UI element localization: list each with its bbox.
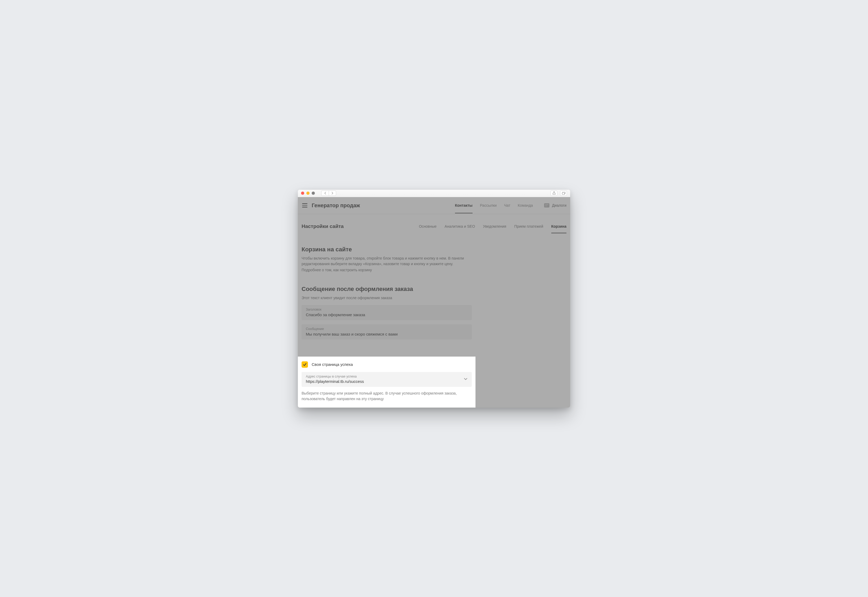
tab-cart[interactable]: Корзина bbox=[551, 220, 566, 233]
page-content: Настройки сайта Основные Аналитика и SEO… bbox=[298, 214, 570, 340]
browser-window: Генератор продаж Контакты Рассылки Чат К… bbox=[298, 190, 570, 408]
title-field[interactable]: Заголовок Спасибо за оформление заказа bbox=[302, 305, 472, 320]
cart-section-description: Чтобы включить корзину для товара, откро… bbox=[302, 255, 472, 267]
cart-section-more-link[interactable]: Подробнее о том, как настроить корзину bbox=[302, 267, 472, 273]
success-url-field[interactable]: Адрес страницы в случае успеха https://p… bbox=[302, 372, 472, 387]
window-titlebar bbox=[298, 190, 570, 197]
settings-bar: Настройки сайта Основные Аналитика и SEO… bbox=[302, 220, 566, 233]
success-page-toggle-row: Своя страница успеха bbox=[302, 361, 472, 368]
success-page-checkbox[interactable] bbox=[302, 361, 308, 368]
tabs-button[interactable] bbox=[560, 190, 567, 196]
settings-tabs: Основные Аналитика и SEO Уведомления При… bbox=[419, 220, 566, 233]
tab-analytics[interactable]: Аналитика и SEO bbox=[445, 220, 475, 233]
chevron-right-icon bbox=[331, 192, 334, 195]
chevron-left-icon bbox=[324, 192, 326, 195]
settings-title: Настройки сайта bbox=[302, 223, 344, 229]
browser-back-button[interactable] bbox=[321, 190, 329, 196]
tab-notifications[interactable]: Уведомления bbox=[483, 220, 506, 233]
message-field-value: Мы получили ваш заказ и скоро свяжемся с… bbox=[306, 332, 467, 336]
app-title: Генератор продаж bbox=[312, 202, 360, 209]
window-minimize-button[interactable] bbox=[306, 192, 310, 195]
chat-icon bbox=[544, 203, 549, 208]
message-section-title: Сообщение после оформления заказа bbox=[302, 286, 472, 293]
window-maximize-button[interactable] bbox=[312, 192, 315, 195]
success-url-help: Выберите страницу или укажите полный адр… bbox=[302, 391, 472, 402]
svg-rect-0 bbox=[562, 193, 564, 195]
tab-payments[interactable]: Прием платежей bbox=[514, 220, 543, 233]
dialogs-label: Диалоги bbox=[552, 203, 566, 208]
message-field[interactable]: Сообщение Мы получили ваш заказ и скоро … bbox=[302, 324, 472, 340]
browser-nav-buttons bbox=[321, 190, 336, 196]
success-url-label: Адрес страницы в случае успеха bbox=[306, 374, 364, 378]
menu-button[interactable] bbox=[302, 202, 308, 209]
tabs-icon bbox=[562, 192, 565, 195]
share-button[interactable] bbox=[551, 190, 557, 196]
header-nav: Контакты Рассылки Чат Команда bbox=[455, 198, 533, 213]
chevron-down-icon bbox=[464, 377, 467, 382]
nav-chat[interactable]: Чат bbox=[504, 198, 510, 213]
browser-forward-button[interactable] bbox=[329, 190, 336, 196]
title-field-label: Заголовок bbox=[306, 308, 467, 311]
success-page-label: Своя страница успеха bbox=[312, 362, 353, 367]
nav-contacts[interactable]: Контакты bbox=[455, 198, 473, 213]
app-header: Генератор продаж Контакты Рассылки Чат К… bbox=[298, 197, 570, 214]
traffic-lights bbox=[301, 192, 315, 195]
title-field-value: Спасибо за оформление заказа bbox=[306, 312, 467, 317]
message-section-subtitle: Этот текст клиент увидит после оформлени… bbox=[302, 295, 472, 301]
cart-section: Корзина на сайте Чтобы включить корзину … bbox=[302, 246, 472, 273]
dialogs-button[interactable]: Диалоги bbox=[544, 203, 566, 208]
message-field-label: Сообщение bbox=[306, 327, 467, 331]
tab-general[interactable]: Основные bbox=[419, 220, 436, 233]
titlebar-right-controls bbox=[551, 190, 567, 196]
share-icon bbox=[552, 192, 555, 195]
message-section: Сообщение после оформления заказа Этот т… bbox=[302, 286, 472, 340]
window-close-button[interactable] bbox=[301, 192, 304, 195]
nav-team[interactable]: Команда bbox=[518, 198, 533, 213]
cart-section-title: Корзина на сайте bbox=[302, 246, 472, 253]
check-icon bbox=[303, 363, 307, 366]
app-area: Генератор продаж Контакты Рассылки Чат К… bbox=[298, 197, 570, 408]
nav-mailings[interactable]: Рассылки bbox=[480, 198, 497, 213]
success-url-value: https://playterminal.tb.ru/success bbox=[306, 379, 364, 384]
success-page-panel: Своя страница успеха Адрес страницы в сл… bbox=[298, 356, 475, 408]
